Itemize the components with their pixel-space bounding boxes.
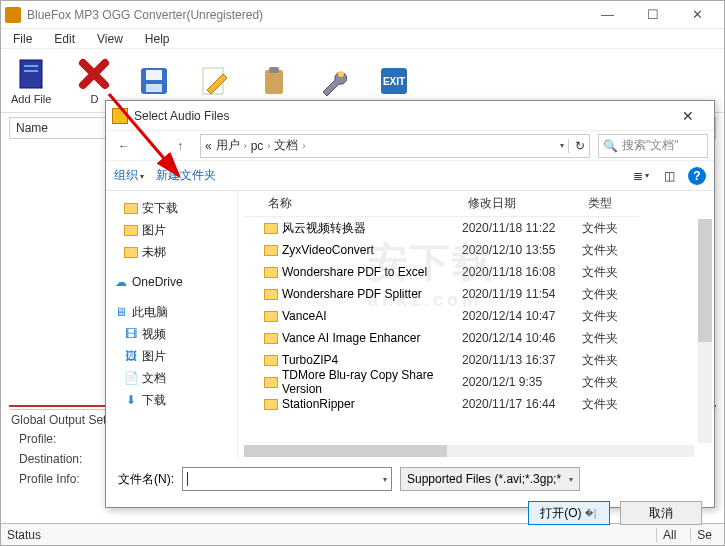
status-label: Status	[7, 528, 41, 542]
new-folder-button[interactable]: 新建文件夹	[156, 167, 216, 184]
close-button[interactable]: ✕	[675, 1, 720, 29]
filetype-select[interactable]: Supported Files (*.avi;*.3gp;*▾	[400, 467, 580, 491]
svg-text:EXIT: EXIT	[383, 76, 405, 87]
menubar: File Edit View Help	[1, 29, 724, 49]
svg-rect-0	[20, 60, 42, 88]
file-name: StationRipper	[282, 397, 355, 411]
menu-help[interactable]: Help	[141, 30, 174, 48]
file-row[interactable]: VanceAI2020/12/14 10:47文件夹	[238, 305, 714, 327]
file-row[interactable]: Wondershare PDF to Excel2020/11/18 16:08…	[238, 261, 714, 283]
add-file-button[interactable]: Add File	[11, 57, 51, 105]
tree-item[interactable]: 下载	[142, 392, 166, 409]
delete-button[interactable]: D	[77, 57, 111, 105]
dialog-close-button[interactable]: ✕	[668, 108, 708, 124]
cancel-button[interactable]: 取消	[620, 501, 702, 525]
maximize-button[interactable]: ☐	[630, 1, 675, 29]
tree-item[interactable]: 视频	[142, 326, 166, 343]
file-row[interactable]: TDMore Blu-ray Copy Share Version2020/12…	[238, 371, 714, 393]
edit-button[interactable]	[197, 64, 231, 98]
up-button[interactable]: ↑	[168, 134, 192, 158]
delete-icon	[77, 57, 111, 91]
folder-icon	[124, 247, 138, 258]
select-audio-files-dialog: Select Audio Files ✕ ← → ↑ « 用户› pc› 文档›…	[105, 100, 715, 508]
col-name[interactable]: 名称	[244, 195, 468, 217]
file-name: Wondershare PDF Splitter	[282, 287, 422, 301]
menu-view[interactable]: View	[93, 30, 127, 48]
forward-button[interactable]: →	[140, 134, 164, 158]
file-date: 2020/12/14 10:47	[462, 309, 582, 323]
file-date: 2020/12/1 9:35	[462, 375, 582, 389]
breadcrumb[interactable]: « 用户› pc› 文档› ▾ ↻	[200, 134, 590, 158]
tree-item[interactable]: 图片	[142, 348, 166, 365]
file-name: Vance AI Image Enhancer	[282, 331, 421, 345]
col-date[interactable]: 修改日期	[468, 195, 588, 217]
delete-label: D	[90, 93, 98, 105]
file-row[interactable]: ZyxVideoConvert2020/12/10 13:55文件夹	[238, 239, 714, 261]
open-button[interactable]: 打开(O) �│	[528, 501, 610, 525]
svg-rect-1	[24, 65, 38, 67]
file-row[interactable]: 风云视频转换器2020/11/18 11:22文件夹	[238, 217, 714, 239]
file-row[interactable]: Wondershare PDF Splitter2020/11/19 11:54…	[238, 283, 714, 305]
svg-rect-8	[269, 67, 279, 73]
file-name: TurboZIP4	[282, 353, 338, 367]
preview-pane-button[interactable]: ◫	[660, 167, 678, 185]
folder-icon	[264, 223, 278, 234]
organize-button[interactable]: 组织▾	[114, 167, 144, 184]
thispc-icon: 🖥	[114, 305, 128, 319]
column-headers: 名称 修改日期 类型	[238, 191, 714, 217]
filename-label: 文件名(N):	[118, 471, 174, 488]
file-type: 文件夹	[582, 352, 632, 369]
file-row[interactable]: StationRipper2020/11/17 16:44文件夹	[238, 393, 714, 415]
tree-item[interactable]: 图片	[142, 222, 166, 239]
file-name: ZyxVideoConvert	[282, 243, 374, 257]
folder-icon	[264, 377, 278, 388]
dialog-body: 安下载 图片 未梆 ☁OneDrive 🖥此电脑 🎞视频 🖼图片 📄文档 ⬇下载…	[106, 191, 714, 459]
bc-pc[interactable]: pc	[251, 139, 264, 153]
settings-button[interactable]	[317, 64, 351, 98]
menu-edit[interactable]: Edit	[50, 30, 79, 48]
tree-item[interactable]: 文档	[142, 370, 166, 387]
back-button[interactable]: ←	[112, 134, 136, 158]
clipboard-button[interactable]	[257, 64, 291, 98]
menu-file[interactable]: File	[9, 30, 36, 48]
exit-icon: EXIT	[377, 64, 411, 98]
save-button[interactable]	[137, 64, 171, 98]
bc-users[interactable]: 用户	[216, 137, 240, 154]
app-icon	[5, 7, 21, 23]
breadcrumb-dropdown[interactable]: ▾	[560, 141, 564, 150]
file-type: 文件夹	[582, 330, 632, 347]
svg-point-9	[338, 71, 344, 77]
refresh-button[interactable]: ↻	[568, 139, 585, 153]
scrollbar-horizontal[interactable]	[244, 445, 694, 457]
pencil-icon	[197, 64, 231, 98]
videos-icon: 🎞	[124, 327, 138, 341]
tree-thispc[interactable]: 此电脑	[132, 304, 168, 321]
folder-icon	[264, 399, 278, 410]
tree-onedrive[interactable]: OneDrive	[132, 275, 183, 289]
bc-overflow[interactable]: «	[205, 139, 212, 153]
documents-icon: 📄	[124, 371, 138, 385]
bc-docs[interactable]: 文档	[274, 137, 298, 154]
tree-item[interactable]: 未梆	[142, 244, 166, 261]
dialog-title: Select Audio Files	[128, 109, 668, 123]
tree-item[interactable]: 安下载	[142, 200, 178, 217]
file-type: 文件夹	[582, 396, 632, 413]
view-mode-button[interactable]: ≣ ▾	[632, 167, 650, 185]
filename-input[interactable]: ▾	[182, 467, 392, 491]
col-type[interactable]: 类型	[588, 195, 638, 217]
search-placeholder: 搜索"文档"	[622, 137, 679, 154]
file-row[interactable]: Vance AI Image Enhancer2020/12/14 10:46文…	[238, 327, 714, 349]
search-input[interactable]: 🔍 搜索"文档"	[598, 134, 708, 158]
svg-rect-2	[24, 70, 38, 72]
clipboard-icon	[257, 64, 291, 98]
folder-tree[interactable]: 安下载 图片 未梆 ☁OneDrive 🖥此电脑 🎞视频 🖼图片 📄文档 ⬇下载	[106, 191, 238, 459]
app-title: BlueFox MP3 OGG Converter(Unregistered)	[21, 8, 585, 22]
add-file-label: Add File	[11, 93, 51, 105]
file-date: 2020/11/18 11:22	[462, 221, 582, 235]
minimize-button[interactable]: —	[585, 1, 630, 29]
help-button[interactable]: ?	[688, 167, 706, 185]
titlebar: BlueFox MP3 OGG Converter(Unregistered) …	[1, 1, 724, 29]
exit-button[interactable]: EXIT	[377, 64, 411, 98]
file-date: 2020/11/13 16:37	[462, 353, 582, 367]
scrollbar-vertical[interactable]	[698, 219, 712, 443]
